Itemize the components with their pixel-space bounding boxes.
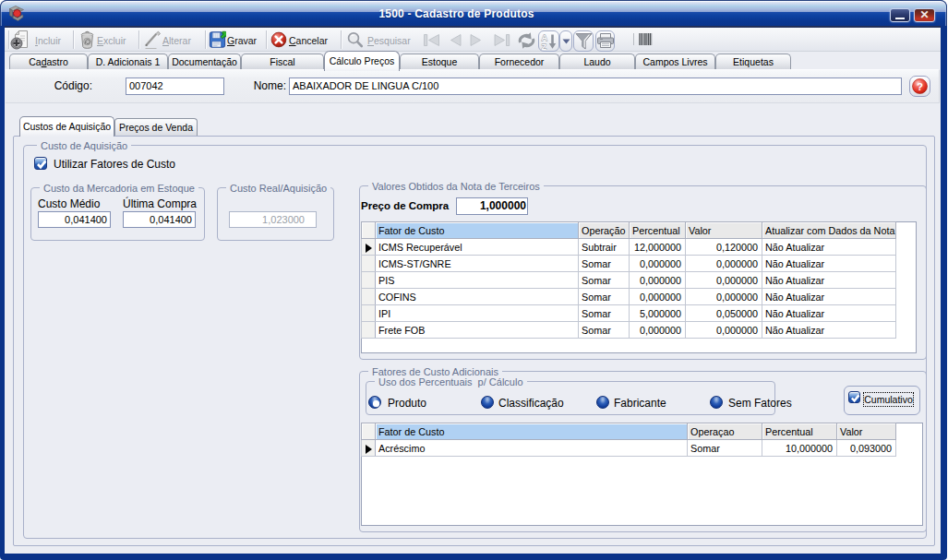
svg-text:Z: Z [542, 42, 547, 51]
svg-text:?: ? [917, 81, 923, 92]
svg-text:A: A [542, 33, 548, 42]
